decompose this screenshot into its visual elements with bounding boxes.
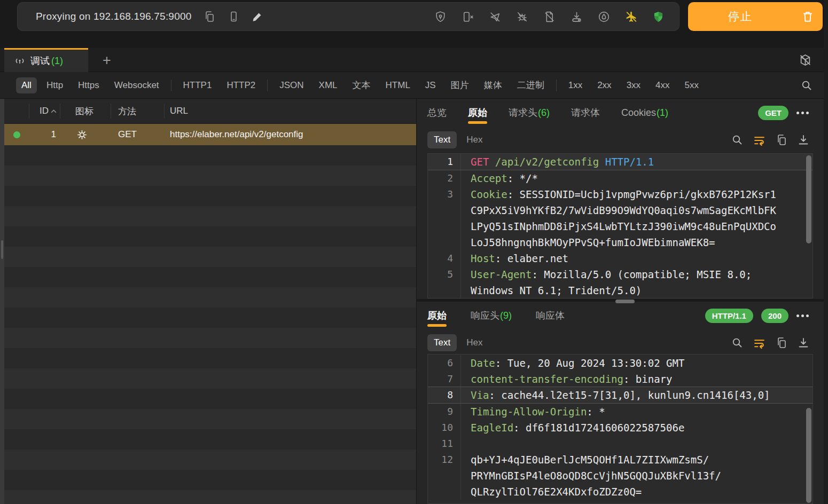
send-off-icon[interactable]	[488, 10, 502, 23]
stop-button-label: 停止	[688, 9, 793, 24]
search-icon[interactable]	[731, 133, 744, 146]
window-right-edge	[824, 0, 828, 504]
column-url[interactable]: URL	[165, 104, 416, 119]
column-id[interactable]: ID	[29, 104, 60, 119]
code-line-9: 9Timing-Allow-Origin: *	[428, 404, 813, 420]
request-list-panel: ID 图标 方法 URL 1 GET https://elaber.net/ap…	[0, 99, 416, 504]
code-line-10: 10EagleId: df6f181d17241606022587506e	[428, 420, 813, 436]
device-icon[interactable]	[227, 10, 240, 23]
word-wrap-icon[interactable]	[753, 336, 766, 350]
filter-group-divider	[556, 80, 557, 91]
code-line-8: 8Via: cache44.l2et15-7[31,0], kunlun9.cn…	[428, 387, 813, 404]
copy-icon[interactable]	[775, 336, 788, 349]
filter-all[interactable]: All	[16, 77, 37, 93]
request-row-selected[interactable]: 1 GET https://elaber.net/api/v2/getconfi…	[4, 124, 416, 145]
panel-tab-响应体[interactable]: 响应体	[536, 302, 565, 329]
airplane-off-icon[interactable]	[624, 10, 638, 23]
word-wrap-icon[interactable]	[753, 133, 766, 147]
proxy-address-box: Proxying on 192.168.196.75:9000	[17, 2, 679, 31]
copy-icon[interactable]	[775, 133, 788, 146]
empty-rows-area	[4, 145, 416, 504]
more-menu-icon[interactable]	[796, 312, 809, 319]
panel-tab-请求头[interactable]: 请求头(6)	[509, 99, 550, 127]
filter-js[interactable]: JS	[420, 77, 441, 93]
filter-json[interactable]: JSON	[274, 77, 309, 93]
list-scrollbar-track[interactable]	[0, 99, 4, 504]
row-id: 1	[29, 129, 60, 140]
status-code-badge: 200	[761, 309, 788, 323]
filter-html[interactable]: HTML	[380, 77, 416, 93]
add-tab-button[interactable]: +	[98, 51, 116, 69]
panel-tab-请求体[interactable]: 请求体	[571, 99, 600, 127]
protocol-badge: HTTP/1.1	[705, 309, 753, 323]
filter-https[interactable]: Https	[73, 77, 105, 93]
row-method: GET	[111, 129, 165, 140]
filter-group-divider	[171, 80, 171, 91]
search-icon[interactable]	[731, 336, 744, 349]
response-raw-editor[interactable]: 6Date: Tue, 20 Aug 2024 13:30:02 GMT7con…	[427, 354, 813, 504]
code-line-2: 2Accept: */*	[428, 170, 813, 186]
hex-mode-button[interactable]: Hex	[466, 135, 482, 145]
filter-5xx[interactable]: 5xx	[679, 77, 704, 93]
edit-pencil-icon[interactable]	[251, 10, 264, 23]
table-header: ID 图标 方法 URL	[4, 99, 416, 124]
filter-文本[interactable]: 文本	[347, 76, 376, 94]
column-method[interactable]: 方法	[111, 104, 165, 119]
search-icon[interactable]	[800, 79, 813, 92]
filter-3xx[interactable]: 3xx	[621, 77, 646, 93]
response-tabs: 原始响应头(9)响应体 HTTP/1.1 200	[417, 302, 824, 329]
column-icon[interactable]: 图标	[60, 104, 111, 119]
filter-group-divider	[267, 80, 268, 91]
response-section: 原始响应头(9)响应体 HTTP/1.1 200 Text Hex	[417, 302, 824, 504]
filter-1xx[interactable]: 1xx	[563, 77, 588, 93]
list-scrollbar-thumb[interactable]	[1, 240, 3, 259]
download-tray-icon[interactable]	[570, 10, 583, 23]
text-mode-button[interactable]: Text	[427, 131, 457, 148]
panel-tab-原始[interactable]: 原始	[427, 302, 447, 329]
column-status	[4, 104, 29, 119]
stop-button[interactable]: 停止	[688, 2, 823, 31]
panel-tab-Cookies[interactable]: Cookies(1)	[621, 99, 668, 127]
editor-scrollbar-thumb[interactable]	[806, 408, 811, 503]
filter-http[interactable]: Http	[41, 77, 68, 93]
filter-websocket[interactable]: Websocket	[109, 77, 165, 93]
filter-xml[interactable]: XML	[314, 77, 343, 93]
code-line-11: 11	[428, 436, 813, 452]
trash-icon[interactable]	[793, 10, 823, 23]
editor-scrollbar-thumb[interactable]	[806, 155, 811, 243]
download-icon[interactable]	[797, 133, 810, 146]
filter-4xx[interactable]: 4xx	[650, 77, 675, 93]
device-disconnect-icon[interactable]	[461, 10, 474, 23]
ssl-shield-lock-icon[interactable]	[434, 10, 447, 23]
certificate-shield-icon[interactable]	[652, 10, 665, 23]
signal-icon	[14, 55, 26, 67]
filter-二进制[interactable]: 二进制	[512, 76, 550, 94]
panel-tab-原始[interactable]: 原始	[468, 99, 487, 127]
filter-图片[interactable]: 图片	[446, 76, 474, 94]
filter-2xx[interactable]: 2xx	[592, 77, 616, 93]
app-window: Proxying on 192.168.196.75:9000	[0, 0, 828, 504]
script-off-icon[interactable]	[543, 10, 556, 23]
filter-http1[interactable]: HTTP1	[178, 77, 217, 93]
detail-panel: 总览原始请求头(6)请求体Cookies(1) GET Text Hex	[417, 99, 824, 504]
code-line-6: 6Date: Tue, 20 Aug 2024 13:30:02 GMT	[428, 355, 813, 371]
request-section: 总览原始请求头(6)请求体Cookies(1) GET Text Hex	[417, 99, 824, 299]
filter-媒体[interactable]: 媒体	[479, 76, 507, 94]
text-mode-button[interactable]: Text	[427, 334, 457, 351]
download-icon[interactable]	[797, 336, 810, 349]
code-line-3: 3Cookie: SESSIONID=Ucbj1vpmgPvwz6pri/gkx…	[428, 186, 813, 250]
drop-circle-icon[interactable]	[597, 10, 611, 23]
copy-icon[interactable]	[203, 10, 216, 23]
bug-off-icon[interactable]	[515, 10, 529, 23]
more-menu-icon[interactable]	[796, 109, 809, 116]
top-toolbar: Proxying on 192.168.196.75:9000	[0, 0, 828, 48]
filter-http2[interactable]: HTTP2	[221, 77, 261, 93]
tab-debug[interactable]: 调试 (1)	[4, 48, 88, 72]
request-raw-editor[interactable]: 1GET /api/v2/getconfig HTTP/1.12Accept: …	[427, 153, 813, 298]
capture-off-icon[interactable]	[798, 53, 813, 67]
proxy-address-label: Proxying on 192.168.196.75:9000	[36, 11, 191, 22]
tab-debug-count: (1)	[51, 56, 63, 67]
panel-tab-响应头[interactable]: 响应头(9)	[471, 302, 512, 329]
hex-mode-button[interactable]: Hex	[466, 337, 482, 348]
panel-tab-总览[interactable]: 总览	[427, 99, 447, 127]
